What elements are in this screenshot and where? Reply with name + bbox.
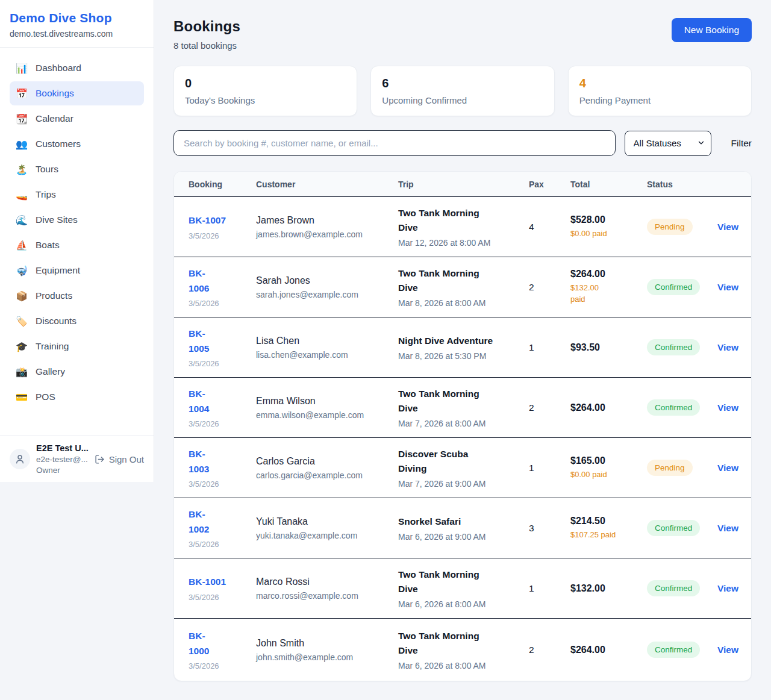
- customer-cell: James Brownjames.brown@example.com: [256, 215, 398, 239]
- filter-row: All Statuses Filter: [173, 130, 752, 156]
- view-link[interactable]: View: [717, 342, 738, 352]
- sidebar-item-gallery[interactable]: 📸Gallery: [10, 360, 144, 384]
- filter-button[interactable]: Filter: [731, 138, 752, 149]
- trip-name: Two Tank Morning Dive: [398, 206, 486, 234]
- pos-icon: 💳: [16, 392, 28, 403]
- booking-id-link[interactable]: BK-1006: [189, 266, 215, 295]
- trip-name: Two Tank Morning Dive: [398, 567, 486, 596]
- trip-cell: Snorkel SafariMar 6, 2026 at 9:00 AM: [398, 514, 529, 542]
- sidebar-item-discounts[interactable]: 🏷️Discounts: [10, 309, 144, 333]
- customer-name: Carlos Garcia: [256, 456, 392, 467]
- view-link[interactable]: View: [717, 222, 738, 232]
- sidebar-item-customers[interactable]: 👥Customers: [10, 132, 144, 156]
- sidebar-item-label: Calendar: [36, 113, 73, 124]
- status-filter: All Statuses: [625, 131, 711, 156]
- user-icon: [14, 454, 25, 464]
- dive-sites-icon: 🌊: [16, 214, 28, 226]
- customer-name: Lisa Chen: [256, 336, 392, 346]
- table-row: BK-10013/5/2026Marco Rossimarco.rossi@ex…: [174, 558, 751, 619]
- booking-id-link[interactable]: BK-1000: [189, 629, 215, 658]
- customer-name: Marco Rossi: [256, 577, 392, 587]
- sign-out-button[interactable]: Sign Out: [95, 454, 144, 464]
- trip-datetime: Mar 12, 2026 at 8:00 AM: [398, 238, 523, 248]
- total-amount: $264.00: [570, 269, 641, 280]
- user-name: E2E Test U...: [36, 443, 89, 453]
- customer-cell: Lisa Chenlisa.chen@example.com: [256, 336, 398, 360]
- stat-card-upcoming-confirmed: 6 Upcoming Confirmed: [370, 66, 554, 116]
- sidebar-item-label: Gallery: [36, 366, 65, 377]
- search-input[interactable]: [173, 130, 616, 156]
- customer-email: lisa.chen@example.com: [256, 350, 392, 360]
- view-cell: View: [717, 282, 744, 293]
- sidebar-item-label: Training: [36, 341, 69, 352]
- total-cell: $132.00: [570, 583, 647, 594]
- main-content: Bookings 8 total bookings New Booking 0 …: [154, 0, 771, 699]
- table-body: BK-10073/5/2026James Brownjames.brown@ex…: [174, 197, 751, 681]
- view-cell: View: [717, 523, 744, 534]
- trip-name: Two Tank Morning Dive: [398, 266, 486, 295]
- pax-value: 1: [529, 583, 570, 594]
- bookings-icon: 📅: [16, 88, 28, 99]
- amount-paid: $0.00 paid: [570, 228, 641, 240]
- sidebar-item-calendar[interactable]: 📆Calendar: [10, 107, 144, 131]
- booking-id-link[interactable]: BK-1007: [189, 213, 226, 228]
- sidebar-item-equipment[interactable]: 🤿Equipment: [10, 258, 144, 283]
- trip-name: Discover Scuba Diving: [398, 447, 486, 475]
- stat-label: Pending Payment: [579, 95, 740, 105]
- booking-id-link[interactable]: BK-1001: [189, 575, 226, 589]
- view-link[interactable]: View: [717, 282, 738, 292]
- trip-cell: Two Tank Morning DiveMar 12, 2026 at 8:0…: [398, 206, 529, 248]
- booking-date: 3/5/2026: [189, 359, 250, 368]
- customer-name: John Smith: [256, 638, 392, 649]
- stats-row: 0 Today's Bookings 6 Upcoming Confirmed …: [173, 66, 752, 116]
- new-booking-button[interactable]: New Booking: [672, 18, 752, 42]
- booking-id-link[interactable]: BK-1005: [189, 327, 215, 355]
- view-cell: View: [717, 463, 744, 473]
- table-row: BK-10063/5/2026Sarah Jonessarah.jones@ex…: [174, 257, 751, 317]
- total-cell: $165.00$0.00 paid: [570, 455, 647, 481]
- trip-cell: Two Tank Morning DiveMar 6, 2026 at 8:00…: [398, 629, 529, 670]
- total-amount: $264.00: [570, 645, 641, 655]
- status-badge: Confirmed: [647, 399, 700, 416]
- view-link[interactable]: View: [717, 583, 738, 593]
- discounts-icon: 🏷️: [16, 316, 28, 327]
- status-filter-select[interactable]: All Statuses: [625, 131, 711, 156]
- sidebar-item-tours[interactable]: 🏝️Tours: [10, 157, 144, 181]
- training-icon: 🎓: [16, 341, 28, 352]
- booking-id-link[interactable]: BK-1003: [189, 447, 215, 476]
- total-cell: $264.00$132.00 paid: [570, 269, 647, 305]
- sidebar-item-trips[interactable]: 🚤Trips: [10, 183, 144, 207]
- status-badge: Pending: [647, 460, 693, 476]
- booking-id-link[interactable]: BK-1004: [189, 387, 215, 416]
- total-amount: $132.00: [570, 583, 641, 594]
- trip-name: Two Tank Morning Dive: [398, 629, 486, 657]
- view-link[interactable]: View: [717, 463, 738, 473]
- pax-value: 1: [529, 463, 570, 473]
- sidebar-item-pos[interactable]: 💳POS: [10, 385, 144, 409]
- view-link[interactable]: View: [717, 645, 738, 655]
- brand-block: Demo Dive Shop demo.test.divestreams.com: [0, 0, 154, 48]
- status-cell: Confirmed: [647, 580, 717, 596]
- sidebar-item-dive-sites[interactable]: 🌊Dive Sites: [10, 208, 144, 232]
- table-row: BK-10033/5/2026Carlos Garciacarlos.garci…: [174, 438, 751, 498]
- view-link[interactable]: View: [717, 523, 738, 533]
- view-cell: View: [717, 222, 744, 233]
- pax-value: 2: [529, 645, 570, 655]
- equipment-icon: 🤿: [16, 265, 28, 277]
- customer-name: Sarah Jones: [256, 275, 392, 286]
- booking-id-link[interactable]: BK-1002: [189, 507, 215, 536]
- sidebar-item-dashboard[interactable]: 📊Dashboard: [10, 56, 144, 80]
- sign-out-label: Sign Out: [109, 454, 144, 464]
- column-header-customer: Customer: [256, 180, 398, 189]
- shop-name: Demo Dive Shop: [10, 11, 144, 25]
- sidebar-item-bookings[interactable]: 📅Bookings: [10, 81, 144, 105]
- booking-cell: BK-10063/5/2026: [189, 266, 256, 307]
- view-link[interactable]: View: [717, 402, 738, 413]
- sidebar-item-training[interactable]: 🎓Training: [10, 334, 144, 358]
- trips-icon: 🚤: [16, 189, 28, 201]
- table-row: BK-10003/5/2026John Smithjohn.smith@exam…: [174, 619, 751, 681]
- view-cell: View: [717, 402, 744, 413]
- sidebar-item-boats[interactable]: ⛵Boats: [10, 233, 144, 257]
- stat-card-todays-bookings: 0 Today's Bookings: [173, 66, 357, 116]
- sidebar-item-products[interactable]: 📦Products: [10, 284, 144, 308]
